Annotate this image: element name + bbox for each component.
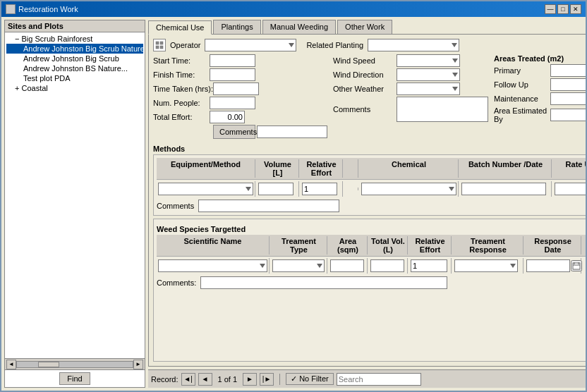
minimize-btn[interactable]: — <box>545 4 556 14</box>
wind-speed-label: Wind Speed <box>333 56 397 65</box>
method-header-relative-effort: Relative Effort <box>301 159 343 178</box>
tree-item-plot1[interactable]: Andrew Johnston Big Scrub Nature Reserve… <box>6 44 143 54</box>
operator-label: Operator <box>170 41 200 49</box>
weed-area-cell <box>329 258 368 274</box>
primary-row: Primary <box>494 64 586 77</box>
weed-header-area: Area (sqm) <box>329 236 368 255</box>
method-batch-cell <box>460 181 552 197</box>
svg-rect-0 <box>156 42 159 44</box>
method-volume-input[interactable] <box>258 183 294 195</box>
methods-comments-input[interactable] <box>198 200 339 212</box>
time-taken-input[interactable] <box>213 82 259 95</box>
operator-select[interactable] <box>205 39 296 51</box>
window-icon <box>6 4 16 14</box>
horizontal-scrollbar[interactable]: ◄ ► <box>5 358 145 369</box>
area-estimated-select[interactable] <box>550 109 586 121</box>
expander-bigscrub[interactable]: − <box>15 35 19 43</box>
tree-item-bigscrub[interactable]: − Big Scrub Rainforest <box>6 34 143 44</box>
weed-section-title: Weed Species Targetted <box>157 225 586 233</box>
weed-rel-effort-cell <box>409 258 452 274</box>
grid-icon[interactable] <box>153 39 166 51</box>
form-col1: Start Time: Finish Time: Time Taken (hrs… <box>153 54 327 140</box>
tab-chemical-use[interactable]: Chemical Use <box>148 20 212 35</box>
weed-treatment-type-cell <box>271 258 327 274</box>
expander-coastal[interactable]: + <box>15 84 19 92</box>
weed-resp-date-input[interactable] <box>526 259 570 272</box>
weed-rel-effort-input[interactable] <box>411 259 447 272</box>
num-people-input[interactable] <box>210 97 255 109</box>
total-effort-input[interactable] <box>210 111 245 123</box>
finish-time-label: Finish Time: <box>153 71 210 79</box>
weed-area-input[interactable] <box>330 259 364 272</box>
close-btn[interactable]: ✕ <box>570 4 581 14</box>
method-chemical-select[interactable] <box>361 183 456 195</box>
tree-item-coastal[interactable]: + Coastal <box>6 83 143 93</box>
method-equipment-select[interactable] <box>158 183 253 195</box>
tree-item-ajos-bs[interactable]: Andrew Johnston BS Nature... <box>6 63 143 73</box>
weed-table: Scientific Name Treament Type Area (sqm)… <box>157 235 586 274</box>
nav-last-btn[interactable]: |► <box>260 373 274 386</box>
find-button[interactable]: Find <box>59 372 90 385</box>
tree-label-bigscrub: Big Scrub Rainforest <box>22 35 93 43</box>
form-grid-container: Start Time: Finish Time: Time Taken (hrs… <box>153 54 586 140</box>
no-filter-text: No Filter <box>299 374 329 383</box>
tab-plantings[interactable]: Plantings <box>213 20 260 34</box>
areas-treated-label: Areas Treated (m2) <box>494 54 586 63</box>
total-effort-label: Total Effort: <box>153 113 210 121</box>
scroll-left-btn[interactable]: ◄ <box>6 360 16 369</box>
weed-header: Scientific Name Treament Type Area (sqm)… <box>157 235 586 257</box>
costings-button[interactable]: Comments <box>213 125 255 139</box>
tree-item-ajos-big[interactable]: Andrew Johnston Big Scrub <box>6 54 143 63</box>
related-planting-label: Related Planting <box>306 41 363 49</box>
comments-row: Comments <box>333 97 488 122</box>
method-header-spacer <box>344 159 358 178</box>
weed-calendar-btn[interactable] <box>571 260 582 271</box>
methods-header: Equipment/Method Volume [L] Relative Eff… <box>157 158 586 180</box>
main-window: Restoration Work — □ ✕ Sites and Plots −… <box>0 0 587 392</box>
nav-divider1 <box>279 374 280 385</box>
scroll-right-btn[interactable]: ► <box>133 360 143 369</box>
scroll-thumb[interactable] <box>38 362 59 367</box>
weed-comments-input[interactable] <box>200 276 447 289</box>
no-filter-label: ✓ <box>291 374 297 383</box>
wind-speed-select[interactable] <box>397 54 460 67</box>
wind-dir-select[interactable] <box>397 68 460 81</box>
follow-up-input[interactable] <box>550 78 586 91</box>
costings-input[interactable] <box>257 125 327 138</box>
method-rate-select[interactable] <box>555 183 586 195</box>
other-weather-label: Other Weather <box>333 85 397 93</box>
nav-prev-btn[interactable]: ◄ <box>198 373 212 386</box>
left-panel-bottom: Find <box>5 369 145 387</box>
tab-content-chemical-use: Operator Related Planting Start Time: <box>148 34 586 367</box>
tree-label-ajos-big: Andrew Johnston Big Scrub <box>23 54 119 63</box>
nav-first-btn[interactable]: ◄| <box>181 373 195 386</box>
other-weather-select[interactable] <box>397 82 460 95</box>
maintenance-input[interactable] <box>550 92 586 105</box>
weed-total-vol-input[interactable] <box>370 259 404 272</box>
search-input[interactable] <box>337 373 421 386</box>
weed-section: Weed Species Targetted Scientific Name T… <box>153 219 586 362</box>
weed-header-scientific: Scientific Name <box>157 236 270 255</box>
nav-next-btn[interactable]: ► <box>243 373 257 386</box>
weed-treatment-resp-select[interactable] <box>454 259 518 272</box>
wind-dir-label: Wind Direction <box>333 71 397 79</box>
total-effort-row: Total Effort: <box>153 111 327 123</box>
tab-other-work[interactable]: Other Work <box>337 20 392 34</box>
related-planting-select[interactable] <box>368 39 459 51</box>
comments-input[interactable] <box>397 97 488 122</box>
svg-rect-3 <box>160 46 163 49</box>
weed-treatment-type-select[interactable] <box>272 259 325 272</box>
method-rel-effort-input[interactable] <box>302 183 337 195</box>
tab-manual-weeding[interactable]: Manual Weeding <box>262 20 336 34</box>
scroll-track[interactable] <box>16 361 133 368</box>
methods-data-row <box>157 181 586 197</box>
area-estimated-row: Area Estimated By <box>494 106 586 123</box>
no-filter-btn[interactable]: ✓ No Filter <box>286 373 334 385</box>
primary-input[interactable] <box>550 64 586 77</box>
method-batch-input[interactable] <box>461 183 546 195</box>
tree-item-testpda[interactable]: Test plot PDA <box>6 73 143 83</box>
start-time-input[interactable] <box>210 54 255 67</box>
maximize-btn[interactable]: □ <box>557 4 569 14</box>
finish-time-input[interactable] <box>210 68 255 81</box>
weed-scientific-select[interactable] <box>158 259 267 272</box>
